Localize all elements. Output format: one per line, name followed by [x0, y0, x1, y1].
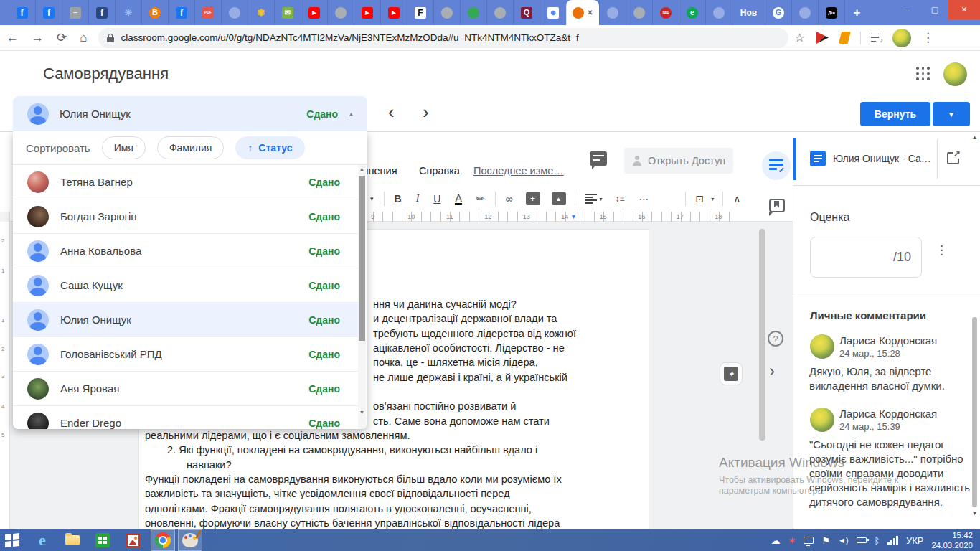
- list-scrollbar[interactable]: ▲ ▼: [358, 165, 366, 429]
- home-button[interactable]: ⌂: [80, 32, 87, 44]
- windows-store-icon[interactable]: [90, 529, 115, 551]
- internet-explorer-icon[interactable]: e: [30, 529, 55, 551]
- clock[interactable]: 15:42 24.03.2020: [931, 530, 973, 551]
- add-comment-icon[interactable]: +: [526, 192, 540, 205]
- scroll-down-icon[interactable]: ▼: [358, 410, 366, 415]
- globe-tab[interactable]: [626, 0, 652, 25]
- globe-tab[interactable]: [327, 0, 354, 25]
- google-tab[interactable]: G: [765, 0, 791, 25]
- restore-button[interactable]: ▢: [921, 0, 948, 19]
- start-button[interactable]: [0, 529, 24, 551]
- alert-tray-icon[interactable]: ✶: [788, 536, 796, 545]
- list-icon-tab[interactable]: ≡: [62, 0, 88, 25]
- back-button[interactable]: ←: [6, 32, 19, 44]
- scroll-up-icon[interactable]: ▲: [971, 134, 978, 141]
- sort-by-last-name-chip[interactable]: Фамилия: [157, 136, 224, 159]
- indent-marker-icon[interactable]: ▼: [570, 213, 577, 220]
- collapse-panel-chevron-icon[interactable]: ›: [769, 361, 775, 381]
- new-tab-button[interactable]: +: [844, 0, 869, 25]
- account-avatar[interactable]: [943, 62, 967, 86]
- battery-icon[interactable]: [857, 537, 867, 543]
- language-indicator[interactable]: УКР: [906, 535, 924, 546]
- grade-menu-icon[interactable]: ⋮: [936, 247, 943, 253]
- sort-by-status-chip[interactable]: ↑Статус: [235, 136, 304, 159]
- return-work-button[interactable]: Вернуть: [860, 102, 930, 126]
- next-student-button[interactable]: ›: [423, 101, 429, 123]
- mail-tab[interactable]: ✉: [274, 0, 301, 25]
- signal-icon[interactable]: [887, 536, 898, 545]
- network-display-icon[interactable]: [804, 537, 814, 544]
- image-annotate-icon[interactable]: ⊡: [696, 194, 705, 204]
- student-row[interactable]: Голованівський РПД Сдано: [13, 337, 359, 372]
- insert-link-icon[interactable]: ∞: [506, 194, 513, 204]
- facebook-tab[interactable]: f: [35, 0, 62, 25]
- student-row[interactable]: Саша Кущук Сдано: [13, 268, 359, 303]
- student-selector[interactable]: Юлия Онищук Сдано ▲: [13, 96, 367, 131]
- active-classroom-tab[interactable]: ✕: [566, 0, 599, 25]
- last-edit-link[interactable]: Последнее изме…: [473, 165, 564, 176]
- minimize-button[interactable]: –: [894, 0, 921, 19]
- scroll-up-icon[interactable]: ▲: [358, 166, 366, 171]
- facebook-tab[interactable]: f: [168, 0, 194, 25]
- menu-help[interactable]: Справка: [419, 165, 460, 176]
- font-dropdown-icon[interactable]: ▾: [370, 196, 374, 202]
- youtube-tab[interactable]: ▶: [301, 0, 327, 25]
- submission-file-row[interactable]: Юлия Онищук - Са… ↗: [793, 132, 980, 186]
- file-explorer-icon[interactable]: [60, 529, 85, 551]
- help-icon[interactable]: ?: [768, 331, 783, 347]
- forward-button[interactable]: →: [32, 32, 44, 44]
- align-dropdown-icon[interactable]: ▾: [600, 196, 603, 202]
- blogger-tab[interactable]: B: [141, 0, 168, 25]
- bluetooth-icon[interactable]: ᛒ: [875, 536, 880, 545]
- onedrive-icon[interactable]: ☁: [771, 536, 780, 545]
- volume-icon[interactable]: ◄): [838, 536, 849, 545]
- comment-icon[interactable]: [590, 151, 607, 166]
- highlight-pen-icon[interactable]: ✏: [476, 194, 485, 204]
- open-in-new-icon[interactable]: ↗: [947, 152, 959, 164]
- f-logo-tab[interactable]: F: [407, 0, 433, 25]
- pdf-tab[interactable]: PDF: [194, 0, 221, 25]
- flower-tab[interactable]: ✾: [248, 0, 274, 25]
- loading-tab[interactable]: [599, 0, 626, 25]
- bold-button[interactable]: B: [395, 194, 402, 204]
- address-bar[interactable]: classroom.google.com/u/0/g/tg/NDAzNTc4MT…: [98, 28, 788, 48]
- explore-button[interactable]: ✦: [720, 362, 743, 385]
- loading-tab[interactable]: [791, 0, 818, 25]
- extension-icon[interactable]: [816, 32, 829, 44]
- bookmark-star-icon[interactable]: ☆: [795, 32, 805, 44]
- facebook-tab[interactable]: f: [9, 0, 35, 25]
- menu-addons[interactable]: лнения: [362, 165, 397, 176]
- document-scrollbar[interactable]: [759, 229, 765, 441]
- youtube-tab[interactable]: ▶: [380, 0, 407, 25]
- scroll-down-icon[interactable]: ▼: [971, 510, 978, 517]
- zdsh-tab[interactable]: ЗДШ: [652, 0, 679, 25]
- browser-profile-avatar[interactable]: [892, 29, 911, 47]
- grade-input[interactable]: [810, 237, 922, 278]
- student-row[interactable]: Ender Drego Сдано: [13, 406, 359, 429]
- student-row[interactable]: Богдан Зарюгін Сдано: [13, 199, 359, 234]
- tab-close-icon[interactable]: ✕: [587, 9, 593, 17]
- text-color-button[interactable]: A: [455, 193, 461, 205]
- loading-tab[interactable]: [221, 0, 248, 25]
- reload-button[interactable]: ⟳: [57, 32, 67, 44]
- previous-student-button[interactable]: ‹: [388, 101, 395, 123]
- browser-menu-icon[interactable]: ⋮: [922, 32, 934, 44]
- line-spacing-icon[interactable]: ↕≡: [616, 194, 625, 203]
- q-logo-tab[interactable]: Q: [513, 0, 540, 25]
- picture-manager-icon[interactable]: [121, 529, 145, 551]
- align-icon[interactable]: [585, 194, 597, 204]
- share-button[interactable]: Открыть Доступ: [624, 148, 733, 174]
- contact-tab[interactable]: ☻: [540, 0, 566, 25]
- student-row[interactable]: Тетяна Вагнер Сдано: [13, 165, 359, 199]
- media-queue-icon[interactable]: ♪: [871, 33, 882, 43]
- extension-icon[interactable]: [839, 32, 851, 44]
- loading-tab[interactable]: [705, 0, 732, 25]
- sort-by-first-name-chip[interactable]: Имя: [102, 136, 146, 159]
- collapse-dropdown-icon[interactable]: ▲: [348, 110, 354, 118]
- student-row[interactable]: Юлия Онищук Сдано: [13, 303, 359, 337]
- insert-image-icon[interactable]: ▲: [552, 192, 566, 205]
- annotate-dropdown-icon[interactable]: ▾: [711, 196, 714, 202]
- youtube-tab[interactable]: ▶: [354, 0, 380, 25]
- return-dropdown-button[interactable]: ▼: [933, 102, 970, 126]
- student-row[interactable]: Анна Ковальова Сдано: [13, 234, 359, 268]
